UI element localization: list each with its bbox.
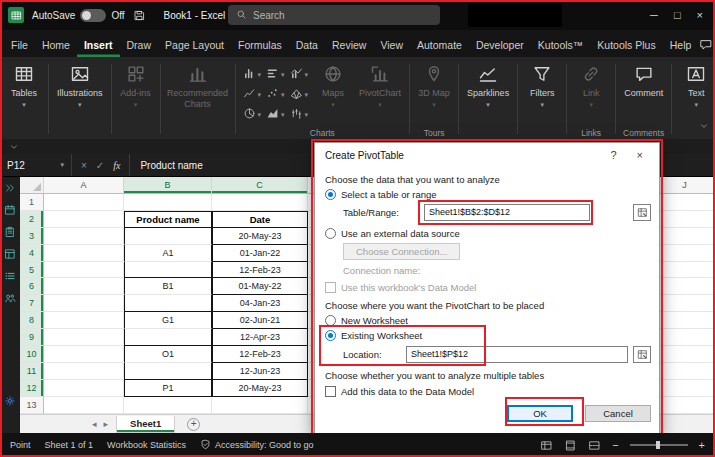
cell-C10[interactable]: 12-Feb-23 (212, 346, 308, 363)
row-header-5[interactable]: 5 (20, 262, 44, 279)
sheet-panel-icon[interactable] (4, 248, 16, 260)
clipboard-icon[interactable] (4, 226, 16, 238)
autosave-control[interactable]: AutoSave Off (32, 9, 125, 22)
formula-content[interactable]: Product name (130, 160, 202, 171)
radio-button-selected[interactable] (325, 330, 336, 341)
cell-B6[interactable]: B1 (124, 278, 212, 295)
cancel-button[interactable]: Cancel (585, 405, 651, 422)
collapse-ribbon-icon[interactable] (696, 116, 712, 136)
range-picker-icon[interactable] (633, 204, 651, 221)
zoom-out-button[interactable]: − (612, 439, 618, 451)
chart-type-chart-scatter[interactable]: ▾ (266, 86, 285, 104)
cell-J5[interactable] (656, 262, 714, 279)
cell-J9[interactable] (656, 329, 714, 346)
ribbon-tab-draw[interactable]: Draw (120, 34, 159, 57)
cell-B13[interactable] (124, 397, 212, 414)
cell-C6[interactable]: 01-May-22 (212, 278, 308, 295)
ribbon-tab-developer[interactable]: Developer (469, 34, 531, 57)
ribbon-tab-data[interactable]: Data (289, 34, 325, 57)
calendar-icon[interactable] (4, 204, 16, 216)
checkbox-workbook-data-model[interactable]: Use this workbook's Data Model (325, 281, 651, 294)
checkbox[interactable] (325, 282, 336, 293)
cell-J8[interactable] (656, 312, 714, 329)
cell-B2[interactable]: Product name (124, 211, 212, 228)
row-header-9[interactable]: 9 (20, 329, 44, 346)
radio-button[interactable] (325, 228, 336, 239)
radio-button-selected[interactable] (325, 189, 336, 200)
location-input[interactable] (406, 346, 628, 363)
zoom-in-button[interactable]: + (699, 439, 705, 451)
search-box[interactable]: Search (228, 5, 440, 25)
checkbox[interactable] (325, 386, 336, 397)
column-header-A[interactable]: A (44, 177, 124, 194)
cell-J13[interactable] (656, 397, 714, 414)
column-header-B[interactable]: B (124, 177, 212, 194)
chart-type-chart-line[interactable]: ▾ (243, 86, 262, 104)
page-layout-view-icon[interactable] (564, 439, 577, 452)
cell-C7[interactable]: 04-Jan-23 (212, 295, 308, 312)
maximize-button[interactable]: □ (674, 9, 681, 21)
row-header-12[interactable]: 12 (20, 380, 44, 397)
radio-existing-worksheet[interactable]: Existing Worksheet (325, 329, 651, 342)
ribbon-button-sparklines[interactable]: Sparklines▾ (463, 59, 513, 110)
ribbon-tab-kutools-[interactable]: Kutools™ (531, 34, 591, 57)
insert-function-icon[interactable]: fx (113, 160, 120, 171)
row-header-10[interactable]: 10 (20, 346, 44, 363)
cell-J7[interactable] (656, 295, 714, 312)
zoom-slider[interactable] (630, 444, 688, 446)
name-box[interactable]: P12 ▾ (0, 154, 72, 176)
normal-view-icon[interactable] (540, 439, 553, 452)
cell-C13[interactable] (212, 397, 308, 414)
ribbon-tab-kutools-plus[interactable]: Kutools Plus (590, 34, 662, 57)
confirm-entry-icon[interactable]: ✓ (96, 160, 104, 171)
list-icon[interactable] (4, 270, 16, 282)
cell-B5[interactable] (124, 262, 212, 279)
ribbon-tab-file[interactable]: File (4, 34, 35, 57)
chart-type-chart-area[interactable]: ▾ (266, 106, 285, 124)
radio-new-worksheet[interactable]: New Worksheet (325, 314, 651, 327)
cell-A9[interactable] (44, 329, 124, 346)
cell-A2[interactable] (44, 211, 124, 228)
chart-type-chart-column[interactable]: ▾ (243, 66, 262, 84)
minimize-button[interactable]: ─ (650, 9, 658, 21)
cell-B9[interactable] (124, 329, 212, 346)
double-chevron-icon[interactable] (4, 182, 16, 194)
column-header-J[interactable]: J (656, 177, 714, 194)
choose-connection-button[interactable]: Choose Connection... (343, 243, 460, 260)
row-header-1[interactable]: 1 (20, 194, 44, 211)
range-picker-icon[interactable] (633, 346, 651, 363)
ribbon-tab-help[interactable]: Help (663, 34, 699, 57)
cell-A6[interactable] (44, 278, 124, 295)
dialog-close-icon[interactable]: × (637, 149, 643, 161)
cell-A3[interactable] (44, 228, 124, 245)
cancel-entry-icon[interactable]: × (81, 160, 87, 171)
cell-C12[interactable]: 20-May-23 (212, 380, 308, 397)
cell-B10[interactable]: O1 (124, 346, 212, 363)
workbook-statistics[interactable]: Workbook Statistics (107, 440, 186, 450)
save-icon[interactable] (133, 9, 146, 22)
cell-J10[interactable] (656, 346, 714, 363)
cell-B12[interactable]: P1 (124, 380, 212, 397)
cell-C5[interactable]: 12-Feb-23 (212, 262, 308, 279)
radio-select-table-range[interactable]: Select a table or range (325, 188, 651, 201)
ribbon-tab-review[interactable]: Review (325, 34, 373, 57)
ribbon-tab-insert[interactable]: Insert (77, 34, 120, 57)
cell-J11[interactable] (656, 363, 714, 380)
cell-B3[interactable] (124, 228, 212, 245)
help-button[interactable]: ? (610, 149, 616, 161)
page-break-view-icon[interactable] (588, 439, 601, 452)
ribbon-button-comment[interactable]: Comment (620, 59, 667, 101)
cell-C1[interactable] (212, 194, 308, 211)
cell-C2[interactable]: Date (212, 211, 308, 228)
ribbon-button-text[interactable]: Text▾ (676, 59, 715, 110)
ribbon-button-filters[interactable]: Filters▾ (522, 59, 562, 110)
cell-C11[interactable]: 12-Jun-23 (212, 363, 308, 380)
accessibility-status[interactable]: Accessibility: Good to go (200, 439, 314, 452)
people-icon[interactable] (4, 292, 16, 304)
row-header-6[interactable]: 6 (20, 278, 44, 295)
column-header-C[interactable]: C (212, 177, 308, 194)
cell-B8[interactable]: G1 (124, 312, 212, 329)
row-header-13[interactable]: 13 (20, 397, 44, 414)
cell-A5[interactable] (44, 262, 124, 279)
cell-J3[interactable] (656, 228, 714, 245)
